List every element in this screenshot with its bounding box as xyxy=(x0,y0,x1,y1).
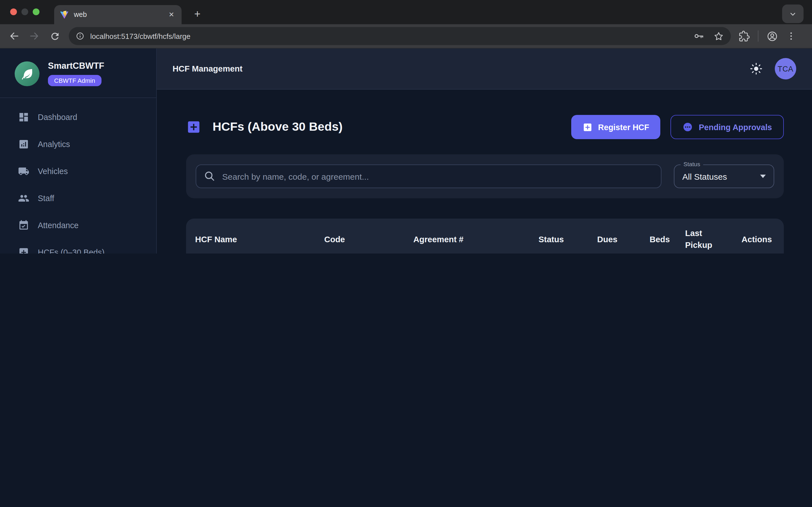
app-window: SmartCBWTF CBWTF Admin Dashboard Analyti… xyxy=(0,48,812,253)
column-header-dues: Dues xyxy=(597,235,650,244)
browser-toolbar: localhost:5173/cbwtf/hcfs/large xyxy=(0,24,812,48)
toolbar-divider xyxy=(758,31,758,42)
url-text[interactable]: localhost:5173/cbwtf/hcfs/large xyxy=(90,32,688,40)
sidebar-item-staff[interactable]: Staff xyxy=(9,187,147,210)
sidebar-item-dashboard[interactable]: Dashboard xyxy=(9,106,147,128)
column-header-code: Code xyxy=(324,235,413,244)
leaf-logo-icon xyxy=(15,61,40,86)
pending-dots-icon xyxy=(682,122,693,132)
reload-button[interactable] xyxy=(46,27,63,45)
column-header-status: Status xyxy=(539,235,597,244)
add-box-icon xyxy=(582,122,592,132)
chevron-down-icon xyxy=(760,175,766,178)
minimize-window-button[interactable] xyxy=(21,8,28,15)
column-header-hcf-name: HCF Name xyxy=(195,235,324,244)
app-header: HCF Management TCA xyxy=(157,48,812,90)
vite-favicon xyxy=(60,10,69,19)
page-content: HCFs (Above 30 Beds) Register HCF Pendin… xyxy=(157,90,812,253)
truck-icon xyxy=(18,166,29,177)
calendar-check-icon xyxy=(18,220,29,231)
tab-title: web xyxy=(74,11,167,18)
user-avatar[interactable]: TCA xyxy=(775,58,796,79)
search-icon xyxy=(204,170,215,182)
new-tab-button[interactable]: + xyxy=(190,6,205,22)
register-hcf-button[interactable]: Register HCF xyxy=(571,115,660,139)
page-title: HCFs (Above 30 Beds) xyxy=(213,120,571,134)
column-header-agreement: Agreement # xyxy=(413,235,539,244)
page-header-title: HCF Management xyxy=(172,64,746,73)
sidebar-item-analytics[interactable]: Analytics xyxy=(9,133,147,156)
add-box-icon xyxy=(18,247,29,253)
people-icon xyxy=(18,193,29,204)
screen: web ✕ + localhost:5173/cbwtf/hcfs xyxy=(0,0,812,253)
brand: SmartCBWTF CBWTF Admin xyxy=(0,48,156,98)
site-info-icon[interactable] xyxy=(75,32,85,41)
profile-icon[interactable] xyxy=(766,30,778,42)
window-controls xyxy=(10,8,40,15)
bookmark-star-icon[interactable] xyxy=(713,31,724,41)
main-area: HCF Management TCA xyxy=(157,48,812,253)
toolbar-right xyxy=(739,30,796,42)
sidebar-item-attendance[interactable]: Attendance xyxy=(9,214,147,237)
column-header-actions: Actions xyxy=(742,235,775,244)
pending-approvals-button[interactable]: Pending Approvals xyxy=(671,115,784,139)
password-key-icon[interactable] xyxy=(693,31,704,42)
browser-chrome: web ✕ + localhost:5173/cbwtf/hcfs xyxy=(0,0,812,48)
sidebar-item-vehicles[interactable]: Vehicles xyxy=(9,160,147,182)
search-input[interactable] xyxy=(196,165,661,188)
analytics-icon xyxy=(18,138,29,150)
chevron-down-icon xyxy=(789,10,797,18)
status-filter-label: Status xyxy=(680,161,703,167)
column-header-last-pickup: Last Pickup xyxy=(685,227,742,251)
back-button[interactable] xyxy=(6,27,22,45)
sidebar: SmartCBWTF CBWTF Admin Dashboard Analyti… xyxy=(0,48,157,253)
close-window-button[interactable] xyxy=(10,8,17,15)
menu-dots-icon[interactable] xyxy=(786,31,796,41)
url-bar[interactable]: localhost:5173/cbwtf/hcfs/large xyxy=(69,27,731,45)
status-filter-value: All Statuses xyxy=(682,172,760,181)
hcf-table: HCF NameCodeAgreement #StatusDuesBedsLas… xyxy=(186,219,784,253)
brand-name: SmartCBWTF xyxy=(48,61,104,71)
role-badge: CBWTF Admin xyxy=(48,75,101,86)
zoom-window-button[interactable] xyxy=(33,8,40,15)
forward-button[interactable] xyxy=(26,27,43,45)
column-header-beds: Beds xyxy=(650,235,685,244)
filter-card: Status All Statuses xyxy=(186,154,784,198)
dashboard-icon xyxy=(18,112,29,123)
sidebar-item-hcfs-0-30-beds[interactable]: HCFs (0–30 Beds) xyxy=(9,241,147,253)
status-filter-select[interactable]: Status All Statuses xyxy=(674,165,774,188)
page-head: HCFs (Above 30 Beds) Register HCF Pendin… xyxy=(186,115,784,139)
sidebar-nav: Dashboard Analytics Vehicles Staff Atten… xyxy=(0,98,156,253)
tab-close-icon[interactable]: ✕ xyxy=(167,10,176,20)
tab-strip: web ✕ + xyxy=(0,0,812,24)
table-header-row: HCF NameCodeAgreement #StatusDuesBedsLas… xyxy=(186,219,784,253)
add-box-icon xyxy=(186,119,201,135)
theme-toggle-button[interactable] xyxy=(746,58,767,79)
extensions-icon[interactable] xyxy=(739,31,750,42)
tab-search-button[interactable] xyxy=(782,4,804,23)
sun-icon xyxy=(750,62,762,75)
browser-tab[interactable]: web ✕ xyxy=(54,5,182,24)
